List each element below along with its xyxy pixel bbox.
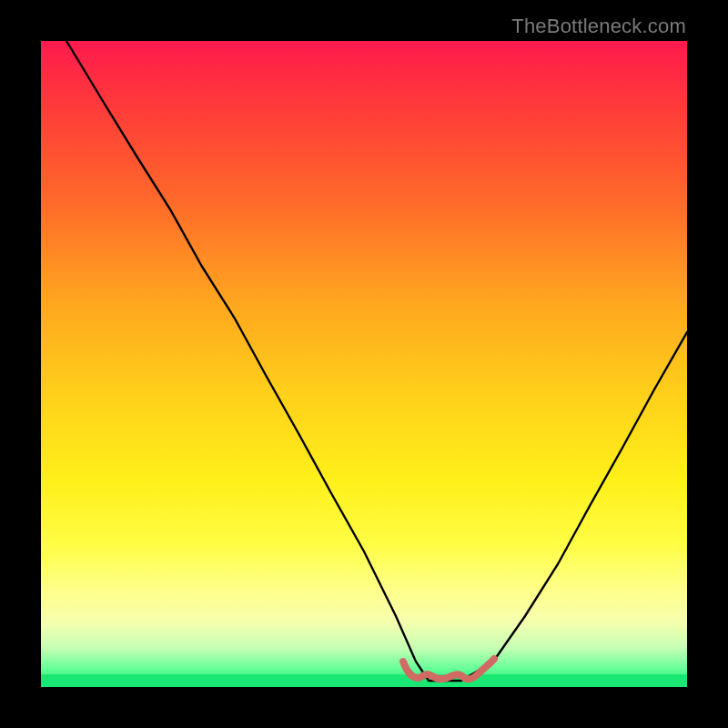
chart-frame: TheBottleneck.com bbox=[0, 0, 728, 728]
watermark-label: TheBottleneck.com bbox=[511, 15, 686, 38]
bottleneck-curve bbox=[66, 41, 687, 681]
curve-layer bbox=[41, 41, 687, 687]
plot-area bbox=[41, 41, 687, 687]
